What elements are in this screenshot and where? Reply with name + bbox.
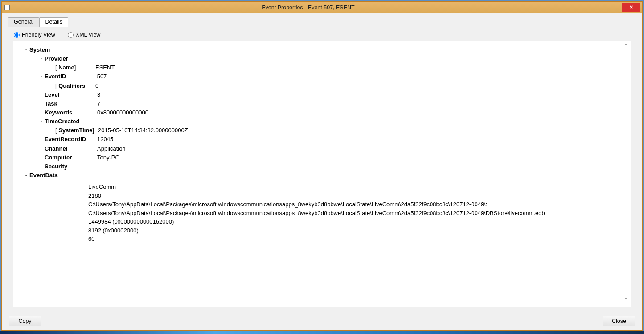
eventdata-line: 8192 (0x00002000): [88, 226, 625, 235]
window-title: Event Properties - Event 507, ESENT: [0, 4, 622, 11]
close-icon: ✕: [629, 4, 633, 10]
systemtime-row: [ SystemTime] 2015-05-10T14:34:32.000000…: [55, 126, 625, 135]
radio-xml-input[interactable]: [68, 32, 74, 38]
level-value: 3: [97, 90, 100, 99]
details-panel: Friendly View XML View ˄ - System - Prov…: [8, 27, 636, 311]
task-value: 7: [97, 99, 100, 108]
provider-label: Provider: [45, 54, 68, 63]
eventdata-line: C:\Users\Tony\AppData\Local\Packages\mic…: [88, 209, 625, 218]
channel-row: Channel Application: [45, 144, 625, 153]
event-properties-window: Event Properties - Event 507, ESENT ✕ Ge…: [1, 1, 643, 331]
qualifiers-key: [ Qualifiers]: [55, 81, 95, 90]
radio-xml-label: XML View: [76, 32, 101, 38]
eventdata-line: 60: [88, 235, 625, 244]
eventdata-label: EventData: [29, 171, 58, 180]
tree-node-system[interactable]: - System: [23, 45, 625, 54]
timecreated-label: TimeCreated: [45, 117, 80, 126]
close-button[interactable]: Close: [603, 316, 635, 326]
content-area: General Details Friendly View XML View ˄…: [2, 13, 642, 330]
eventrecordid-row: EventRecordID 12045: [45, 135, 625, 144]
qualifiers-row: [ Qualifiers] 0: [55, 81, 625, 90]
titlebar[interactable]: Event Properties - Event 507, ESENT ✕: [2, 2, 642, 13]
collapse-icon[interactable]: -: [23, 45, 29, 54]
collapse-icon[interactable]: -: [38, 117, 45, 126]
channel-key: Channel: [45, 144, 97, 153]
scroll-down-icon: ˅: [623, 296, 629, 306]
qualifiers-value: 0: [95, 81, 98, 90]
systemtime-key: [ SystemTime]: [55, 126, 98, 135]
task-key: Task: [45, 99, 97, 108]
eventdata-line: 2180: [88, 191, 625, 200]
level-key: Level: [45, 90, 97, 99]
provider-name-value: ESENT: [95, 63, 115, 72]
dialog-button-bar: Copy Close: [8, 311, 636, 326]
keywords-value: 0x80000000000000: [97, 108, 148, 117]
taskbar-sliver: [0, 331, 644, 334]
computer-value: Tony-PC: [97, 153, 119, 162]
eventrecordid-key: EventRecordID: [45, 135, 97, 144]
eventdata-line: LiveComm: [88, 183, 625, 191]
scroll-up-icon: ˄: [623, 42, 629, 52]
security-key: Security: [45, 162, 97, 171]
keywords-key: Keywords: [45, 108, 97, 117]
computer-row: Computer Tony-PC: [45, 153, 625, 162]
tree-node-timecreated[interactable]: - TimeCreated: [38, 117, 625, 126]
window-close-button[interactable]: ✕: [622, 3, 640, 12]
keywords-row: Keywords 0x80000000000000: [45, 108, 625, 117]
eventdata-line: 1449984 (0x0000000000162000): [88, 217, 625, 226]
collapse-icon[interactable]: -: [38, 54, 45, 63]
eventdata-lines: LiveComm 2180 C:\Users\Tony\AppData\Loca…: [88, 183, 625, 244]
eventrecordid-value: 12045: [97, 135, 113, 144]
tab-general[interactable]: General: [8, 17, 39, 27]
event-details-tree[interactable]: ˄ - System - Provider [ Name] ESENT -: [13, 41, 631, 307]
eventdata-line: C:\Users\Tony\AppData\Local\Packages\mic…: [88, 200, 625, 209]
radio-friendly-input[interactable]: [14, 32, 20, 38]
systemtime-value: 2015-05-10T14:34:32.000000000Z: [98, 126, 188, 135]
computer-key: Computer: [45, 153, 97, 162]
tree-node-provider[interactable]: - Provider: [38, 54, 625, 63]
tab-details[interactable]: Details: [39, 17, 68, 27]
system-label: System: [29, 45, 50, 54]
task-row: Task 7: [45, 99, 625, 108]
provider-name-row: [ Name] ESENT: [55, 63, 625, 72]
copy-button[interactable]: Copy: [9, 316, 41, 326]
eventid-label: EventID 507: [45, 72, 107, 81]
radio-friendly-view[interactable]: Friendly View: [14, 32, 55, 38]
collapse-icon[interactable]: -: [38, 72, 45, 81]
tree-node-eventdata[interactable]: - EventData: [23, 171, 625, 180]
collapse-icon[interactable]: -: [23, 171, 29, 180]
tab-strip: General Details: [8, 17, 636, 27]
view-mode-group: Friendly View XML View: [13, 32, 631, 41]
provider-name-key: [ Name]: [55, 63, 95, 72]
radio-friendly-label: Friendly View: [22, 32, 55, 38]
level-row: Level 3: [45, 90, 625, 99]
security-row: Security: [45, 162, 625, 171]
channel-value: Application: [97, 144, 126, 153]
radio-xml-view[interactable]: XML View: [68, 32, 101, 38]
tree-node-eventid[interactable]: - EventID 507: [38, 72, 625, 81]
